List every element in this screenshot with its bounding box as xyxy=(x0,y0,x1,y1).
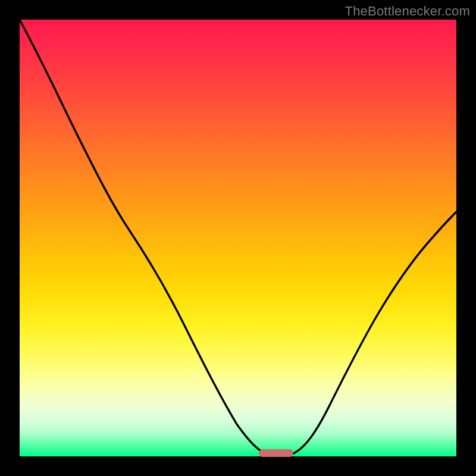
optimal-range-marker xyxy=(259,449,293,457)
chart-frame: TheBottlenecker.com xyxy=(0,0,476,476)
curve-path xyxy=(20,20,456,455)
plot-background-gradient xyxy=(20,20,456,456)
bottleneck-curve xyxy=(20,20,456,456)
watermark-text: TheBottlenecker.com xyxy=(345,4,470,19)
